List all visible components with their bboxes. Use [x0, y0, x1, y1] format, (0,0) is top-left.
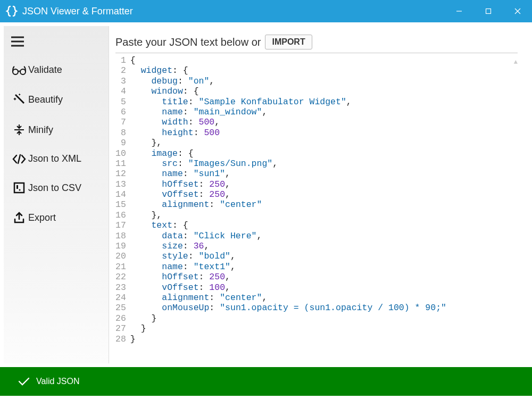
- sidebar-item-label: Minify: [28, 124, 53, 136]
- minimize-button[interactable]: [444, 0, 473, 22]
- sidebar: Validate Beautify Minify Json to XML Jso: [4, 26, 109, 363]
- divider: [115, 53, 518, 53]
- sidebar-item-label: Export: [28, 212, 56, 223]
- sidebar-item-export[interactable]: Export: [4, 203, 109, 232]
- sidebar-item-label: Json to XML: [28, 153, 81, 164]
- status-bar: Valid JSON: [0, 367, 532, 396]
- export-icon: [10, 211, 28, 224]
- instruction-row: Paste your JSON text below or IMPORT: [115, 35, 518, 49]
- sidebar-item-validate[interactable]: Validate: [4, 56, 109, 84]
- glasses-icon: [10, 65, 28, 76]
- status-text: Valid JSON: [36, 377, 80, 386]
- svg-rect-11: [14, 183, 24, 193]
- sidebar-item-beautify[interactable]: Beautify: [4, 84, 109, 115]
- svg-point-13: [19, 189, 21, 191]
- close-button[interactable]: [503, 0, 532, 22]
- svg-rect-1: [486, 9, 491, 14]
- line-number-gutter: 1234567891011121314151617181920212223242…: [115, 55, 130, 344]
- sidebar-item-label: Json to CSV: [28, 182, 81, 194]
- json-code-area[interactable]: { widget: { debug: "on", window: { title…: [130, 55, 518, 344]
- sidebar-item-label: Beautify: [28, 94, 63, 105]
- sidebar-item-json-to-csv[interactable]: Json to CSV: [4, 173, 109, 203]
- checkmark-icon: [18, 377, 30, 386]
- main-panel: Paste your JSON text below or IMPORT 123…: [109, 26, 528, 363]
- scroll-up-arrow-icon[interactable]: ▲: [514, 57, 518, 68]
- maximize-button[interactable]: [473, 0, 503, 22]
- sidebar-item-label: Validate: [28, 64, 62, 76]
- collapse-icon: [10, 123, 28, 136]
- sidebar-item-json-to-xml[interactable]: Json to XML: [4, 145, 109, 173]
- instruction-text: Paste your JSON text below or: [115, 36, 261, 48]
- svg-line-10: [18, 155, 20, 163]
- app-logo-icon: [5, 5, 18, 18]
- app-content: Validate Beautify Minify Json to XML Jso: [3, 26, 529, 364]
- csv-icon: [10, 181, 28, 194]
- svg-point-7: [13, 69, 18, 74]
- code-icon: [10, 154, 28, 164]
- svg-rect-12: [16, 185, 18, 189]
- window-controls: [444, 0, 532, 22]
- wand-icon: [10, 93, 28, 106]
- svg-point-8: [20, 69, 26, 74]
- json-editor[interactable]: 1234567891011121314151617181920212223242…: [115, 55, 518, 344]
- window-title: JSON Viewer & Formatter: [22, 6, 444, 17]
- sidebar-item-minify[interactable]: Minify: [4, 115, 109, 145]
- titlebar: JSON Viewer & Formatter: [0, 0, 532, 22]
- import-button[interactable]: IMPORT: [265, 35, 312, 49]
- menu-toggle-button[interactable]: [4, 32, 109, 56]
